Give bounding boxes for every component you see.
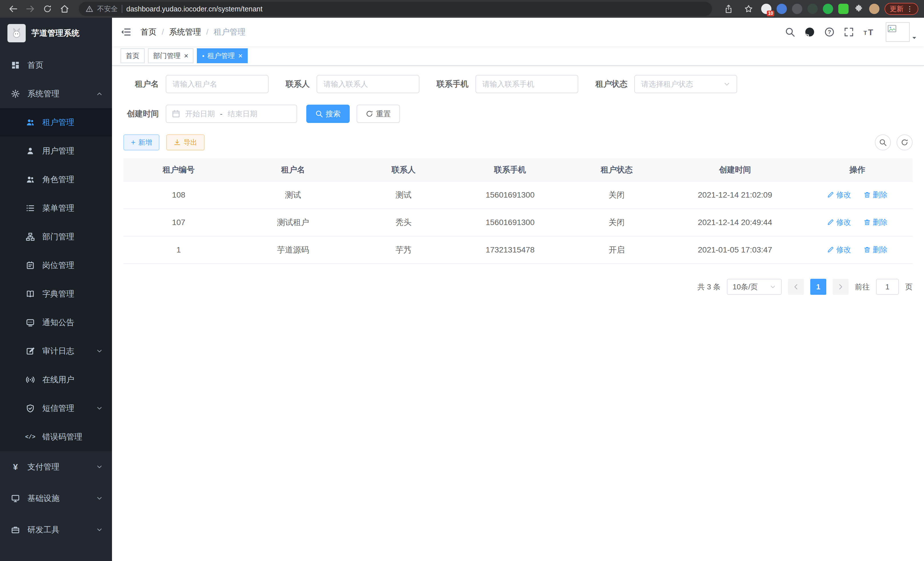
breadcrumb-system[interactable]: 系统管理 — [169, 27, 201, 38]
goto-label: 前往 — [855, 282, 870, 292]
back-icon[interactable] — [6, 2, 21, 16]
tenant-table: 租户编号 租户名 联系人 联系手机 租户状态 创建时间 操作 108 测试 测试 — [123, 158, 913, 264]
tenant-name-label: 租户名 — [123, 79, 159, 89]
share-icon[interactable] — [721, 2, 736, 16]
sidebar-item-label: 错误码管理 — [42, 432, 82, 442]
sidebar-item-menu[interactable]: 菜单管理 — [0, 194, 112, 223]
extension-icon-2[interactable] — [777, 4, 787, 14]
tenant-status-select[interactable]: 请选择租户状态 — [634, 75, 737, 93]
tab-home[interactable]: 首页 — [121, 48, 145, 63]
sidebar-item-notice[interactable]: 通知公告 — [0, 308, 112, 337]
edit-log-icon — [25, 347, 35, 355]
delete-label: 删除 — [873, 217, 888, 227]
sidebar-item-role[interactable]: 角色管理 — [0, 165, 112, 194]
kebab-menu-icon[interactable]: ⋮ — [906, 5, 913, 13]
sidebar-logo[interactable]: 芋道管理系统 — [0, 18, 112, 49]
sidebar-item-dict[interactable]: 字典管理 — [0, 280, 112, 308]
search-button[interactable]: 搜索 — [306, 105, 350, 123]
omnibox-divider — [122, 5, 122, 13]
sidebar-item-payment[interactable]: ¥ 支付管理 — [0, 451, 112, 483]
pagination-total: 共 3 条 — [698, 282, 721, 292]
contact-input[interactable] — [316, 75, 419, 93]
extension-icon-5[interactable] — [823, 4, 833, 14]
breadcrumb-separator: / — [206, 27, 208, 37]
app-title: 芋道管理系统 — [32, 28, 80, 39]
fullscreen-icon[interactable] — [844, 27, 854, 37]
next-page-button[interactable] — [832, 279, 849, 295]
page-size-select[interactable]: 10条/页 — [727, 279, 782, 295]
sidebar-item-tenant[interactable]: 租户管理 — [0, 108, 112, 137]
delete-button[interactable]: 删除 — [864, 217, 888, 227]
extension-icon-4[interactable] — [807, 4, 818, 14]
phone-input[interactable] — [476, 75, 578, 93]
date-range-picker[interactable]: 开始日期 - 结束日期 — [166, 105, 297, 123]
tab-label: 首页 — [126, 51, 140, 60]
prev-page-button[interactable] — [788, 279, 804, 295]
chevron-down-icon — [723, 81, 730, 87]
profile-avatar-icon[interactable] — [869, 4, 879, 14]
sidebar-item-label: 审计日志 — [42, 346, 74, 356]
cell-contact: 秃头 — [352, 209, 455, 236]
sidebar-item-user[interactable]: 用户管理 — [0, 137, 112, 165]
bookmark-star-icon[interactable] — [741, 2, 756, 16]
breadcrumb: 首页 / 系统管理 / 租户管理 — [141, 27, 246, 38]
goto-page-input[interactable] — [876, 279, 899, 295]
date-start-placeholder: 开始日期 — [185, 109, 215, 119]
sidebar-item-label: 在线用户 — [42, 374, 74, 385]
extension-icon-3[interactable] — [792, 4, 802, 14]
forward-icon[interactable] — [23, 2, 38, 16]
cell-tenant-id: 1 — [123, 236, 234, 264]
font-size-icon[interactable]: TT — [863, 27, 875, 37]
sidebar-item-dev-tools[interactable]: 研发工具 — [0, 514, 112, 546]
edit-label: 修改 — [836, 217, 851, 227]
page-1-button[interactable]: 1 — [810, 279, 826, 295]
sidebar-item-online-users[interactable]: 在线用户 — [0, 365, 112, 394]
reset-button[interactable]: 重置 — [357, 105, 400, 123]
user-avatar-menu[interactable] — [886, 22, 917, 42]
message-icon — [25, 318, 35, 327]
cell-tenant-id: 107 — [123, 209, 234, 236]
delete-button[interactable]: 删除 — [864, 190, 888, 200]
edit-button[interactable]: 修改 — [827, 190, 851, 200]
extension-icon-1[interactable]: 10 — [761, 4, 771, 14]
tab-label: 租户管理 — [207, 51, 235, 60]
status-label: 租户状态 — [596, 79, 627, 89]
github-icon[interactable] — [805, 27, 815, 37]
sidebar-item-audit-log[interactable]: 审计日志 — [0, 337, 112, 365]
sidebar-item-error-code[interactable]: </> 错误码管理 — [0, 423, 112, 451]
chevron-down-icon — [96, 526, 103, 533]
sidebar-item-post[interactable]: 岗位管理 — [0, 251, 112, 280]
tab-dept[interactable]: 部门管理 × — [148, 48, 194, 63]
toggle-search-icon[interactable] — [875, 134, 891, 150]
add-button[interactable]: + 新增 — [123, 134, 159, 150]
extension-icon-6[interactable] — [838, 4, 849, 14]
sidebar-item-system[interactable]: 系统管理 — [0, 80, 112, 108]
export-button[interactable]: 导出 — [166, 134, 205, 150]
update-label: 更新 — [890, 4, 903, 14]
filter-row-1: 租户名 联系人 联系手机 租户状态 请选择租户状态 — [123, 75, 913, 93]
address-bar[interactable]: 不安全 dashboard.yudao.iocoder.cn/system/te… — [79, 2, 712, 16]
update-button[interactable]: 更新 ⋮ — [885, 3, 918, 15]
refresh-icon[interactable] — [897, 134, 913, 150]
sidebar-item-infrastructure[interactable]: 基础设施 — [0, 483, 112, 514]
sidebar-item-dept[interactable]: 部门管理 — [0, 223, 112, 251]
sidebar-item-home[interactable]: 首页 — [0, 51, 112, 80]
home-icon[interactable] — [57, 2, 72, 16]
sidebar-item-sms[interactable]: 短信管理 — [0, 394, 112, 423]
search-icon[interactable] — [785, 27, 795, 37]
close-icon[interactable]: × — [238, 52, 243, 59]
edit-button[interactable]: 修改 — [827, 217, 851, 227]
extensions-puzzle-icon[interactable] — [854, 4, 864, 14]
tenant-name-input[interactable] — [166, 75, 268, 93]
breadcrumb-home[interactable]: 首页 — [141, 27, 157, 38]
edit-button[interactable]: 修改 — [827, 245, 851, 255]
close-icon[interactable]: × — [184, 52, 188, 59]
tab-tenant[interactable]: ● 租户管理 × — [197, 48, 248, 63]
reload-icon[interactable] — [40, 2, 55, 16]
collapse-sidebar-icon[interactable] — [112, 18, 140, 46]
user-icon — [25, 147, 35, 155]
svg-text:T: T — [868, 28, 873, 37]
help-icon[interactable]: ? — [825, 27, 834, 37]
table-toolbar: + 新增 导出 — [123, 134, 913, 150]
delete-button[interactable]: 删除 — [864, 245, 888, 255]
